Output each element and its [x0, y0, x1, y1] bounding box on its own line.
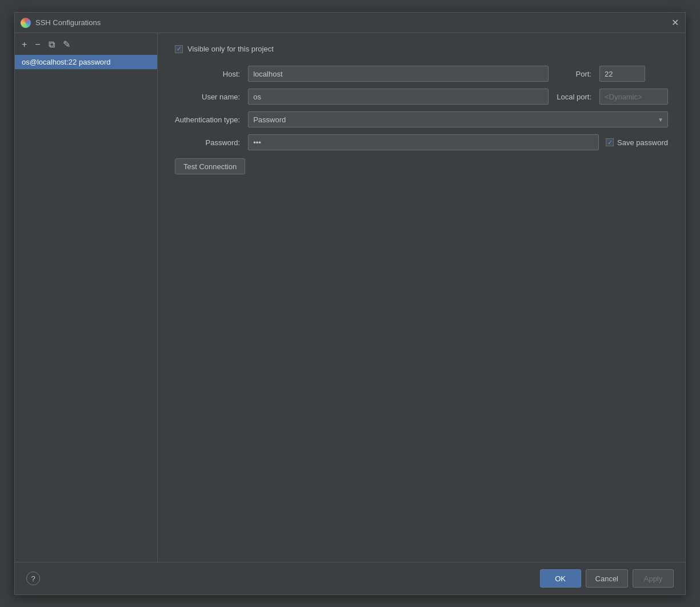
username-input[interactable] — [248, 89, 549, 105]
ok-button[interactable]: OK — [540, 569, 581, 588]
footer-right: OK Cancel Apply — [540, 569, 674, 588]
password-label: Password: — [175, 138, 240, 147]
dialog-body: + − ⧉ ✎ os@localhost:22 password Visible… — [15, 33, 685, 562]
auth-type-label: Authentication type: — [175, 115, 240, 124]
visible-project-checkbox[interactable] — [175, 45, 183, 53]
localport-input[interactable] — [599, 89, 668, 105]
port-input[interactable] — [599, 66, 645, 82]
username-label: User name: — [175, 93, 240, 101]
visible-project-label: Visible only for this project — [187, 45, 274, 53]
form-grid: Host: Port: User name: Local port: Authe… — [175, 66, 668, 150]
host-label: Host: — [175, 70, 240, 78]
save-password-checkbox[interactable] — [606, 138, 614, 146]
sidebar-item-config[interactable]: os@localhost:22 password — [15, 55, 157, 69]
main-panel: Visible only for this project Host: Port… — [158, 33, 685, 562]
add-config-button[interactable]: + — [19, 39, 29, 50]
app-icon — [21, 18, 31, 28]
sidebar-item-label: os@localhost:22 password — [22, 58, 111, 66]
help-button[interactable]: ? — [26, 572, 40, 585]
sidebar: + − ⧉ ✎ os@localhost:22 password — [15, 33, 158, 562]
copy-config-button[interactable]: ⧉ — [46, 39, 57, 50]
visible-project-row: Visible only for this project — [175, 45, 668, 53]
test-connection-button[interactable]: Test Connection — [175, 158, 245, 174]
apply-button[interactable]: Apply — [633, 569, 674, 588]
save-password-label: Save password — [617, 138, 668, 147]
localport-label: Local port: — [557, 93, 591, 101]
cancel-button[interactable]: Cancel — [586, 569, 628, 588]
dialog-footer: ? OK Cancel Apply — [15, 562, 685, 594]
remove-config-button[interactable]: − — [33, 39, 42, 50]
title-bar: SSH Configurations ✕ — [15, 13, 685, 33]
footer-left: ? — [26, 572, 40, 585]
save-password-wrapper: Save password — [606, 138, 668, 147]
sidebar-toolbar: + − ⧉ ✎ — [15, 37, 157, 55]
close-button[interactable]: ✕ — [670, 18, 679, 27]
title-bar-left: SSH Configurations — [21, 18, 101, 28]
port-label: Port: — [557, 70, 591, 78]
password-row: Save password — [248, 134, 668, 150]
auth-type-select[interactable]: Password Key pair OpenSSH config and aut… — [248, 111, 668, 127]
dialog-title: SSH Configurations — [35, 18, 101, 27]
edit-config-button[interactable]: ✎ — [61, 39, 73, 50]
auth-type-wrapper: Password Key pair OpenSSH config and aut… — [248, 111, 668, 127]
host-input[interactable] — [248, 66, 549, 82]
password-input[interactable] — [248, 134, 599, 150]
ssh-configurations-dialog: SSH Configurations ✕ + − ⧉ ✎ os@localhos… — [14, 12, 686, 595]
